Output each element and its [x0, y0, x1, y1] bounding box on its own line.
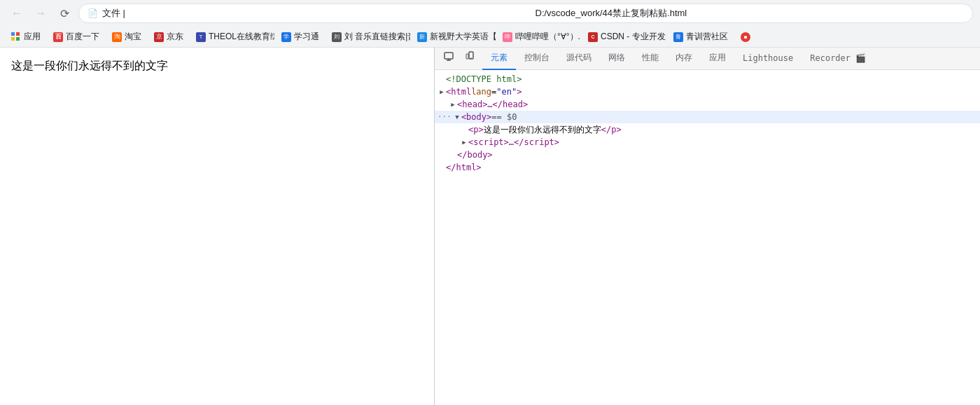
main-area: 这是一段你们永远得不到的文字 元素 控制台	[0, 48, 980, 405]
reload-button[interactable]: ⟳	[55, 4, 74, 23]
devtools-tabs: 元素 控制台 源代码 网络 性能 内存 应用 Lighthouse Record…	[435, 48, 980, 70]
bookmark-music[interactable]: 刘 刘 音乐直链搜索|音乐...	[326, 29, 410, 45]
apps-icon	[11, 32, 21, 42]
bookmark-jd[interactable]: 京 京东	[148, 29, 189, 45]
xinshiye-icon: 新	[417, 32, 427, 42]
body-name: body	[466, 111, 486, 123]
tab-inspect-icon[interactable]	[438, 47, 460, 70]
script-close-name: script	[524, 136, 554, 149]
body-close-end: >	[487, 149, 492, 161]
svg-rect-1	[16, 32, 20, 36]
body-close-name: body	[467, 149, 487, 161]
html-tag-open: <	[446, 85, 451, 98]
tab-sources[interactable]: 源代码	[558, 48, 600, 70]
triangle-script[interactable]	[460, 136, 468, 149]
html-val: "en"	[496, 85, 517, 98]
bookmark-baidu[interactable]: 百 百度一下	[48, 29, 105, 45]
xuexi-icon: 学	[281, 32, 291, 42]
xuexi-label: 学习通	[294, 31, 319, 43]
nav-bar: ← → ⟳ 📄 文件 | D:/vscode_work/44禁止复制粘贴.htm…	[0, 0, 980, 27]
triangle-body[interactable]	[453, 111, 461, 123]
devtools-code-content: <!DOCTYPE html> <html lang="en"> <head>……	[435, 70, 980, 405]
html-eq: =	[491, 85, 496, 98]
code-script: <script>…</script>	[435, 136, 980, 149]
tab-memory[interactable]: 内存	[667, 48, 701, 70]
theol-icon: T	[196, 32, 206, 42]
tab-console[interactable]: 控制台	[516, 48, 558, 70]
doctype-text: <!DOCTYPE html>	[446, 73, 522, 85]
page-main-text: 这是一段你们永远得不到的文字	[11, 59, 423, 74]
code-p: <p>这是一段你们永远得不到的文字</p>	[435, 123, 980, 136]
qingxun-icon: 青	[673, 32, 683, 42]
tab-recorder[interactable]: Recorder 🎬	[802, 48, 874, 70]
p-close-name: p	[611, 123, 616, 136]
jd-icon: 京	[154, 32, 164, 42]
svg-point-8	[470, 57, 472, 59]
code-head: <head>…</head>	[435, 98, 980, 111]
html-close-end: >	[476, 161, 481, 174]
p-end: >	[616, 123, 621, 136]
head-close-name: head	[503, 98, 523, 111]
music-label: 刘 音乐直链搜索|音乐...	[344, 31, 410, 43]
apps-label: 应用	[24, 31, 41, 43]
music-icon: 刘	[332, 32, 342, 42]
bilibili-icon: 哔	[503, 32, 512, 42]
code-html-open: <html lang="en">	[435, 85, 980, 98]
tab-application[interactable]: 应用	[701, 48, 734, 70]
bookmark-taobao[interactable]: 淘 淘宝	[106, 29, 147, 45]
p-content: 这是一段你们永远得不到的文字	[484, 123, 601, 136]
code-html-close: </html>	[435, 161, 980, 174]
bookmark-csdn[interactable]: C CSDN - 专业开发...	[582, 29, 666, 45]
head-close-bracket: >…</	[482, 98, 503, 111]
triangle-head[interactable]	[449, 98, 457, 111]
svg-rect-4	[444, 53, 453, 59]
html-tag-close: >	[517, 85, 522, 98]
bookmark-bilibili[interactable]: 哔 哔哩哔哩（°∀°）...	[497, 29, 581, 45]
code-body-close: </body>	[435, 149, 980, 161]
head-name: head	[462, 98, 482, 111]
bookmark-xuexi[interactable]: 学 学习通	[276, 29, 325, 45]
baidu-label: 百度一下	[66, 31, 99, 43]
html-attr: lang	[471, 85, 491, 98]
tab-device-icon[interactable]	[460, 47, 482, 70]
qingxun-label: 青训营社区	[686, 31, 728, 43]
tab-elements[interactable]: 元素	[482, 48, 516, 70]
script-bracket: >…</	[504, 136, 524, 149]
bilibili-label: 哔哩哔哩（°∀°）...	[515, 31, 581, 43]
svg-rect-9	[466, 54, 468, 59]
taobao-label: 淘宝	[125, 31, 141, 43]
html-tag-name: html	[451, 85, 471, 98]
script-end: >	[554, 136, 559, 149]
baidu-icon: 百	[53, 32, 63, 42]
url-path: D:/vscode_work/44禁止复制粘贴.html	[536, 7, 965, 20]
svg-rect-3	[16, 37, 20, 41]
bookmark-theol[interactable]: T THEOL在线教育综...	[190, 29, 274, 45]
bookmark-apps[interactable]: 应用	[6, 29, 46, 45]
taobao-icon: 淘	[112, 32, 122, 42]
address-bar[interactable]: 📄 文件 | D:/vscode_work/44禁止复制粘贴.html	[78, 4, 973, 23]
html-close-name: html	[456, 161, 476, 174]
extra-icon: ●	[741, 32, 750, 42]
theol-label: THEOL在线教育综...	[209, 31, 274, 43]
csdn-icon: C	[588, 32, 598, 42]
page-content: 这是一段你们永远得不到的文字	[0, 48, 434, 405]
p-name: p	[473, 123, 478, 136]
forward-button[interactable]: →	[31, 4, 50, 23]
body-dollar: == $0	[491, 111, 517, 123]
tab-network[interactable]: 网络	[600, 48, 634, 70]
bookmark-extra[interactable]: ●	[735, 30, 756, 44]
script-open: <	[468, 136, 473, 149]
p-close: </	[601, 123, 611, 136]
url-text: 文件 |	[102, 7, 531, 20]
tab-lighthouse[interactable]: Lighthouse	[734, 48, 802, 70]
tab-performance[interactable]: 性能	[634, 48, 667, 70]
bookmark-xinshiye[interactable]: 新 新视野大学英语【...	[412, 29, 496, 45]
p-bracket: >	[478, 123, 483, 136]
bookmark-qingxun[interactable]: 青 青训营社区	[668, 29, 734, 45]
jd-label: 京东	[167, 31, 183, 43]
svg-rect-2	[11, 37, 15, 41]
back-button[interactable]: ←	[7, 4, 27, 23]
triangle-html[interactable]	[438, 85, 446, 98]
bookmarks-bar: 应用 百 百度一下 淘 淘宝 京 京东 T THEOL在线教育综... 学 学习…	[0, 27, 980, 48]
body-bracket: >	[486, 111, 491, 123]
